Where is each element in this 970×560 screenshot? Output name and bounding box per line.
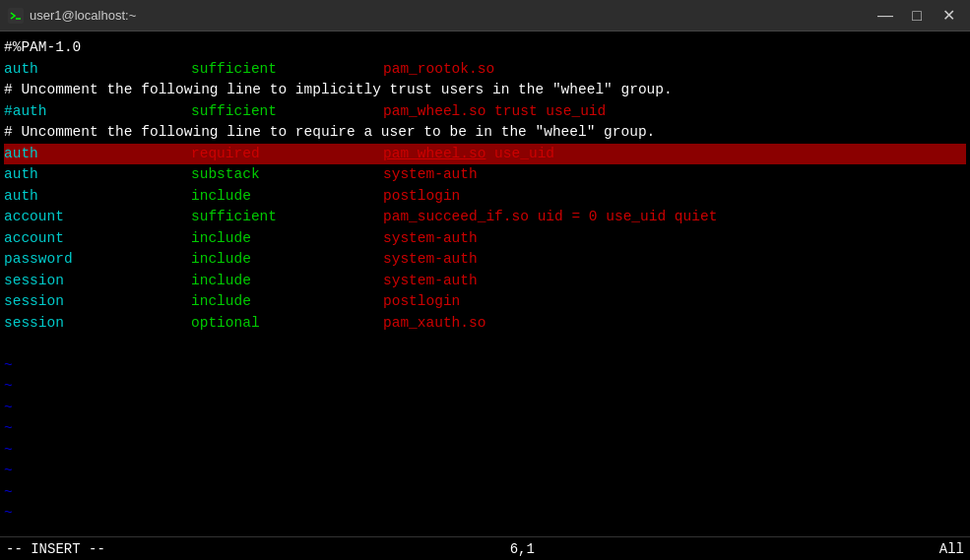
system-auth3: system-auth: [383, 249, 478, 271]
line-session-include1: session include system-auth: [4, 271, 966, 292]
tilde-2: ~: [4, 376, 966, 398]
pam-rootok: pam_rootok.so: [383, 59, 494, 81]
window-controls: — □ ✕: [872, 5, 962, 27]
include-account-label: include: [191, 228, 383, 250]
system-auth1: system-auth: [383, 164, 478, 186]
session2-label: session: [4, 291, 191, 313]
include-session2-label: include: [191, 291, 383, 313]
auth-label: auth: [4, 59, 191, 81]
line-password-include: password include system-auth: [4, 249, 966, 271]
tilde-6: ~: [4, 461, 966, 482]
comment2-text: # Uncomment the following line to requir…: [4, 122, 655, 144]
line-pam-version: #%PAM-1.0: [4, 37, 966, 59]
line-empty: [4, 334, 966, 355]
auth-required-label: auth: [4, 144, 191, 165]
title-bar: user1@localhost:~ — □ ✕: [0, 0, 970, 31]
pam-version-text: #%PAM-1.0: [4, 37, 81, 59]
vim-mode: -- INSERT --: [6, 541, 105, 557]
postlogin2: postlogin: [383, 291, 460, 313]
line-auth-sufficient: auth sufficient pam_rootok.so: [4, 59, 966, 81]
pam-wheel-trust: pam_wheel.so trust use_uid: [383, 101, 606, 123]
line-comment1: # Uncomment the following line to implic…: [4, 80, 966, 101]
line-account-include: account include system-auth: [4, 228, 966, 250]
auth-commented: #auth: [4, 101, 191, 123]
pam-xauth: pam_xauth.so: [383, 313, 485, 335]
auth-include-label: auth: [4, 186, 191, 208]
line-session-optional: session optional pam_xauth.so: [4, 313, 966, 335]
tilde-7: ~: [4, 482, 966, 504]
system-auth2: system-auth: [383, 228, 478, 250]
status-bar: -- INSERT -- 6,1 All: [0, 536, 970, 560]
cursor-position: 6,1: [510, 541, 535, 557]
session3-label: session: [4, 313, 191, 335]
line-auth-required: auth required pam_wheel.so use_uid: [4, 144, 966, 165]
account-sufficient-label: account: [4, 207, 191, 228]
line-account-sufficient: account sufficient pam_succeed_if.so uid…: [4, 207, 966, 228]
sufficient-label: sufficient: [191, 59, 383, 81]
postlogin1: postlogin: [383, 186, 460, 208]
line-auth-include-post: auth include postlogin: [4, 186, 966, 208]
tilde-3: ~: [4, 398, 966, 419]
window-title: user1@localhost:~: [30, 8, 136, 23]
maximize-button[interactable]: □: [903, 5, 931, 27]
account-include-label: account: [4, 228, 191, 250]
optional-label: optional: [191, 313, 383, 335]
include-post-label: include: [191, 186, 383, 208]
line-comment2: # Uncomment the following line to requir…: [4, 122, 966, 144]
tilde-5: ~: [4, 440, 966, 462]
sufficient2: sufficient: [191, 101, 383, 123]
tilde-8: ~: [4, 503, 966, 525]
terminal-window: #%PAM-1.0 auth sufficient pam_rootok.so …: [0, 31, 970, 536]
auth-substack-label: auth: [4, 164, 191, 186]
line-auth-substack: auth substack system-auth: [4, 164, 966, 186]
password-label: password: [4, 249, 191, 271]
include-session1-label: include: [191, 271, 383, 292]
pam-succeed-if: pam_succeed_if.so uid = 0 use_uid quiet: [383, 207, 717, 228]
file-content: #%PAM-1.0 auth sufficient pam_rootok.so …: [0, 35, 970, 527]
required-label: required: [191, 144, 383, 165]
title-bar-left: user1@localhost:~: [8, 8, 136, 24]
system-auth4: system-auth: [383, 271, 478, 292]
comment1-text: # Uncomment the following line to implic…: [4, 80, 673, 101]
line-session-include2: session include postlogin: [4, 291, 966, 313]
substack-label: substack: [191, 164, 383, 186]
tilde-1: ~: [4, 355, 966, 377]
sufficient3: sufficient: [191, 207, 383, 228]
session1-label: session: [4, 271, 191, 292]
view-range: All: [939, 541, 964, 557]
minimize-button[interactable]: —: [872, 5, 899, 27]
close-button[interactable]: ✕: [935, 5, 962, 27]
include-password-label: include: [191, 249, 383, 271]
terminal-icon: [8, 8, 24, 24]
tilde-4: ~: [4, 418, 966, 440]
line-auth-wheel1: #auth sufficient pam_wheel.so trust use_…: [4, 101, 966, 123]
pam-wheel-uid: pam_wheel.so use_uid: [383, 144, 554, 165]
